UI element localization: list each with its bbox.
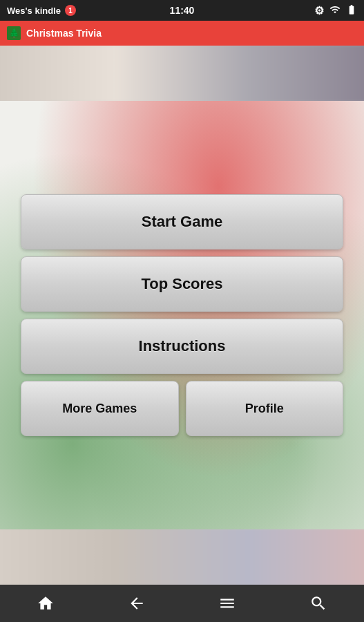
app-title: Christmas Trivia: [26, 28, 102, 39]
nav-bar: [0, 585, 364, 622]
back-icon: [128, 594, 146, 612]
bottom-banner-content: [0, 529, 364, 585]
bottom-banner-ad: [0, 529, 364, 585]
background-gradient: [0, 101, 364, 529]
start-game-button[interactable]: Start Game: [21, 194, 343, 249]
main-content: Start Game Top Scores Instructions More …: [0, 101, 364, 529]
device-name: Wes's kindle: [7, 6, 61, 16]
top-banner-content: [0, 46, 364, 101]
status-time: 11:40: [170, 5, 195, 16]
status-right: [314, 4, 357, 17]
wifi-icon: [329, 4, 341, 17]
notification-badge: 1: [65, 5, 76, 16]
search-nav-button[interactable]: [303, 588, 334, 619]
title-bar: 🌲 Christmas Trivia: [0, 21, 364, 46]
instructions-button[interactable]: Instructions: [21, 319, 343, 374]
menu-nav-button[interactable]: [212, 588, 242, 619]
top-banner-ad: [0, 46, 364, 101]
home-icon: [37, 594, 55, 612]
profile-button[interactable]: Profile: [186, 381, 344, 436]
tree-icon: 🌲: [9, 28, 19, 38]
search-icon: [309, 594, 327, 612]
app-icon: 🌲: [7, 26, 21, 40]
top-scores-button[interactable]: Top Scores: [21, 256, 343, 312]
bottom-button-row: More Games Profile: [21, 381, 343, 436]
more-games-button[interactable]: More Games: [21, 381, 179, 436]
status-bar: Wes's kindle 1 11:40: [0, 0, 364, 21]
status-left: Wes's kindle 1: [7, 5, 76, 16]
gear-icon: [314, 4, 324, 17]
back-nav-button[interactable]: [122, 588, 152, 619]
menu-icon: [218, 594, 236, 612]
battery-icon: [346, 4, 357, 17]
home-nav-button[interactable]: [30, 588, 61, 619]
